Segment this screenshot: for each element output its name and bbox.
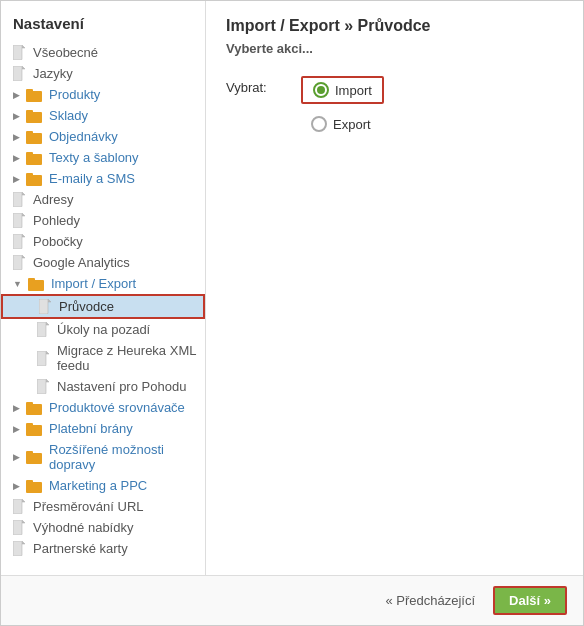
svg-rect-5 — [26, 89, 33, 93]
sidebar-item-label: Pohledy — [33, 213, 80, 228]
sidebar-item-produktove-srovnavace[interactable]: ▶ Produktové srovnávače — [1, 397, 205, 418]
svg-rect-39 — [26, 480, 33, 484]
arrow-icon: ▶ — [13, 90, 20, 100]
svg-rect-28 — [37, 351, 46, 366]
sidebar-item-ukoly-pozadi[interactable]: Úkoly na pozadí — [1, 319, 205, 340]
folder-icon — [28, 277, 44, 291]
main-title: Import / Export » Průvodce — [226, 17, 563, 35]
folder-icon — [26, 450, 42, 464]
file-icon — [13, 192, 25, 207]
radio-import-circle — [313, 82, 329, 98]
folder-icon — [26, 422, 42, 436]
sidebar-item-label: E-maily a SMS — [49, 171, 135, 186]
form-row: Vybrat: Import Export — [226, 76, 563, 136]
file-icon — [13, 66, 25, 81]
folder-icon — [26, 130, 42, 144]
folder-icon — [26, 401, 42, 415]
sidebar-item-label: Výhodné nabídky — [33, 520, 133, 535]
arrow-icon: ▶ — [13, 403, 20, 413]
sidebar-item-label: Přesměrování URL — [33, 499, 144, 514]
sidebar-item-pobocky[interactable]: Pobočky — [1, 231, 205, 252]
sidebar-item-label: Google Analytics — [33, 255, 130, 270]
footer: « Předcházející Další » — [1, 575, 583, 625]
svg-rect-0 — [13, 45, 22, 60]
sidebar-item-label: Průvodce — [59, 299, 114, 314]
sidebar-item-label: Migrace z Heureka XML feedu — [57, 343, 197, 373]
sidebar-item-label: Partnerské karty — [33, 541, 128, 556]
file-icon — [13, 213, 25, 228]
file-icon — [13, 255, 25, 270]
svg-rect-24 — [39, 299, 48, 314]
prev-button[interactable]: « Předcházející — [377, 589, 483, 612]
file-icon — [39, 299, 51, 314]
sidebar-item-vyhodne-nabidky[interactable]: Výhodné nabídky — [1, 517, 205, 538]
file-icon — [37, 379, 49, 394]
app-window: Nastavení Všeobecné Jazyky▶ Produkty▶ Sk… — [0, 0, 584, 626]
sidebar-item-label: Nastavení pro Pohodu — [57, 379, 186, 394]
file-icon — [13, 45, 25, 60]
sidebar-item-label: Sklady — [49, 108, 88, 123]
sidebar-item-label: Úkoly na pozadí — [57, 322, 150, 337]
sidebar-item-vseobecne[interactable]: Všeobecné — [1, 42, 205, 63]
file-icon — [13, 234, 25, 249]
folder-icon — [26, 109, 42, 123]
arrow-icon: ▶ — [13, 481, 20, 491]
sidebar-item-adresy[interactable]: Adresy — [1, 189, 205, 210]
svg-rect-18 — [13, 234, 22, 249]
file-icon — [13, 499, 25, 514]
sidebar-item-emaily-sms[interactable]: ▶ E-maily a SMS — [1, 168, 205, 189]
sidebar-item-label: Texty a šablony — [49, 150, 139, 165]
arrow-icon: ▶ — [13, 174, 20, 184]
file-icon — [37, 351, 49, 366]
arrow-icon: ▶ — [13, 132, 20, 142]
sidebar-item-pruvodce[interactable]: Průvodce — [1, 294, 205, 319]
radio-import-label: Import — [335, 83, 372, 98]
sidebar-item-presmerovani[interactable]: Přesměrování URL — [1, 496, 205, 517]
folder-icon — [26, 479, 42, 493]
svg-rect-16 — [13, 213, 22, 228]
svg-rect-37 — [26, 451, 33, 455]
radio-options: Import Export — [301, 76, 384, 136]
radio-export[interactable]: Export — [301, 112, 384, 136]
sidebar-item-label: Rozšířené možnosti dopravy — [49, 442, 197, 472]
sidebar-item-marketing-ppc[interactable]: ▶ Marketing a PPC — [1, 475, 205, 496]
sidebar-item-pohledy[interactable]: Pohledy — [1, 210, 205, 231]
svg-rect-2 — [13, 66, 22, 81]
form-label: Vybrat: — [226, 76, 281, 95]
sidebar-item-jazyky[interactable]: Jazyky — [1, 63, 205, 84]
sidebar-item-label: Objednávky — [49, 129, 118, 144]
content-area: Nastavení Všeobecné Jazyky▶ Produkty▶ Sk… — [1, 1, 583, 575]
sidebar-item-import-export[interactable]: ▼ Import / Export — [1, 273, 205, 294]
sidebar-item-partnerske-karty[interactable]: Partnerské karty — [1, 538, 205, 559]
svg-rect-7 — [26, 110, 33, 114]
sidebar-item-label: Jazyky — [33, 66, 73, 81]
folder-icon — [26, 151, 42, 165]
sidebar-item-produkty[interactable]: ▶ Produkty — [1, 84, 205, 105]
sidebar-item-texty-sablony[interactable]: ▶ Texty a šablony — [1, 147, 205, 168]
sidebar-item-migrace-heureka[interactable]: Migrace z Heureka XML feedu — [1, 340, 205, 376]
sidebar-item-nastaveni-pohodu[interactable]: Nastavení pro Pohodu — [1, 376, 205, 397]
sidebar: Nastavení Všeobecné Jazyky▶ Produkty▶ Sk… — [1, 1, 206, 575]
radio-import[interactable]: Import — [301, 76, 384, 104]
radio-export-label: Export — [333, 117, 371, 132]
sidebar-item-google-analytics[interactable]: Google Analytics — [1, 252, 205, 273]
sidebar-item-label: Marketing a PPC — [49, 478, 147, 493]
file-icon — [13, 520, 25, 535]
sidebar-item-label: Import / Export — [51, 276, 136, 291]
arrow-icon: ▶ — [13, 452, 20, 462]
sidebar-item-rozsirene-doprava[interactable]: ▶ Rozšířené možnosti dopravy — [1, 439, 205, 475]
svg-rect-23 — [28, 278, 35, 282]
sidebar-item-label: Produktové srovnávače — [49, 400, 185, 415]
svg-rect-26 — [37, 322, 46, 337]
file-icon — [13, 541, 25, 556]
sidebar-item-objednavky[interactable]: ▶ Objednávky — [1, 126, 205, 147]
main-panel: Import / Export » Průvodce Vyberte akci.… — [206, 1, 583, 575]
sidebar-item-platebni-brany[interactable]: ▶ Platební brány — [1, 418, 205, 439]
next-button[interactable]: Další » — [493, 586, 567, 615]
svg-rect-44 — [13, 541, 22, 556]
sidebar-item-sklady[interactable]: ▶ Sklady — [1, 105, 205, 126]
sidebar-item-label: Všeobecné — [33, 45, 98, 60]
arrow-icon: ▶ — [13, 424, 20, 434]
main-subtitle: Vyberte akci... — [226, 41, 563, 56]
sidebar-item-label: Platební brány — [49, 421, 133, 436]
